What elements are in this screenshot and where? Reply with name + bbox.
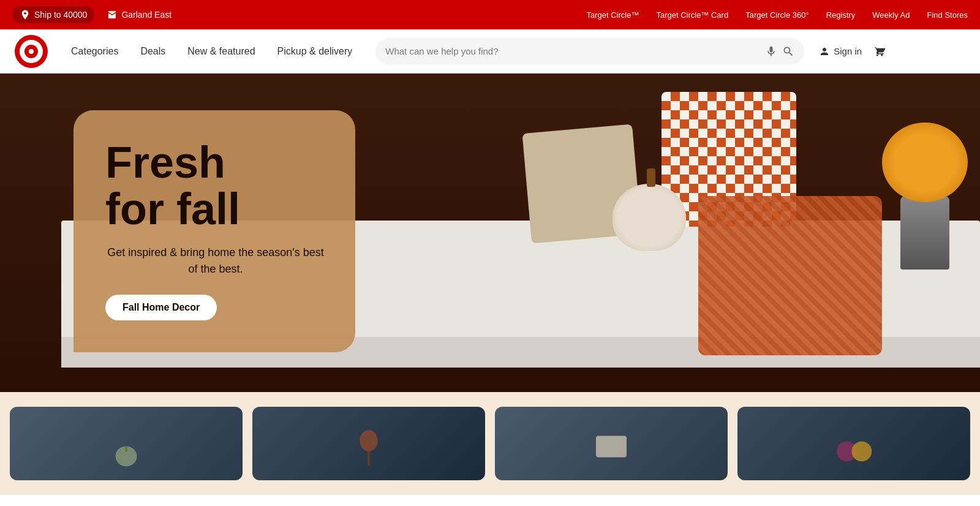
sign-in-button[interactable]: Sign in	[819, 46, 862, 57]
nav-actions: Sign in	[819, 46, 885, 57]
yellow-flowers	[882, 123, 968, 202]
hero-headline: Fresh for fall	[105, 140, 326, 232]
top-bar-right: Target Circle™ Target Circle™ Card Targe…	[586, 10, 968, 20]
product-card-2[interactable]	[252, 407, 485, 480]
nav-links: Categories Deals New & featured Pickup &…	[62, 41, 361, 62]
nav-categories[interactable]: Categories	[62, 41, 127, 62]
location-icon	[20, 9, 31, 20]
top-bar-left: Ship to 40000 Garland East	[12, 6, 172, 23]
search-bar[interactable]	[375, 38, 804, 65]
pumpkin-decor	[612, 184, 686, 251]
hero-banner: Fresh for fall Get inspired & bring home…	[0, 74, 980, 392]
product-card-4[interactable]	[737, 407, 970, 480]
store-label: Garland East	[121, 10, 172, 20]
foliage-thumbnail	[347, 422, 390, 477]
account-icon	[819, 46, 830, 57]
hero-headline-line1: Fresh	[105, 140, 326, 186]
find-stores-link[interactable]: Find Stores	[927, 10, 968, 20]
cart-button[interactable]	[874, 46, 885, 57]
search-icon[interactable]	[782, 45, 794, 58]
svg-point-3	[29, 49, 34, 54]
svg-rect-8	[596, 436, 627, 458]
svg-rect-7	[368, 451, 370, 466]
target-logo[interactable]	[15, 35, 48, 68]
fall-home-decor-button[interactable]: Fall Home Decor	[105, 295, 217, 320]
pillows-thumbnail	[829, 428, 878, 471]
flower-vase	[900, 196, 949, 270]
target-circle-360-link[interactable]: Target Circle 360°	[745, 10, 809, 20]
product-card-3[interactable]	[495, 407, 728, 480]
hero-subtext: Get inspired & bring home the season's b…	[105, 244, 326, 278]
nav-pickup-delivery[interactable]: Pickup & delivery	[269, 41, 361, 62]
ship-to-button[interactable]: Ship to 40000	[12, 6, 94, 23]
svg-rect-5	[125, 447, 127, 452]
pumpkin-stem	[647, 168, 655, 187]
store-button[interactable]: Garland East	[107, 9, 172, 20]
nav-deals[interactable]: Deals	[132, 41, 174, 62]
hero-text-box: Fresh for fall Get inspired & bring home…	[74, 110, 355, 352]
main-nav: Categories Deals New & featured Pickup &…	[0, 29, 980, 74]
hero-headline-line2: for fall	[105, 186, 326, 233]
top-bar: Ship to 40000 Garland East Target Circle…	[0, 0, 980, 29]
sign-in-label: Sign in	[834, 46, 862, 56]
ship-to-label: Ship to 40000	[34, 10, 87, 20]
search-icons	[765, 45, 794, 58]
pumpkin-thumbnail	[105, 431, 148, 474]
svg-point-6	[360, 430, 377, 451]
product-card-1[interactable]	[10, 407, 243, 480]
registry-link[interactable]: Registry	[826, 10, 856, 20]
cart-icon	[874, 46, 885, 57]
store-icon	[107, 9, 118, 20]
svg-point-10	[852, 442, 872, 462]
blanket-thumbnail	[587, 431, 636, 468]
target-circle-link[interactable]: Target Circle™	[586, 10, 639, 20]
search-input[interactable]	[385, 46, 760, 56]
weekly-ad-link[interactable]: Weekly Ad	[872, 10, 910, 20]
nav-new-featured[interactable]: New & featured	[179, 41, 263, 62]
target-circle-card-link[interactable]: Target Circle™ Card	[656, 10, 728, 20]
orange-blanket	[698, 196, 882, 355]
product-grid-section	[0, 392, 980, 495]
microphone-icon[interactable]	[765, 45, 777, 58]
